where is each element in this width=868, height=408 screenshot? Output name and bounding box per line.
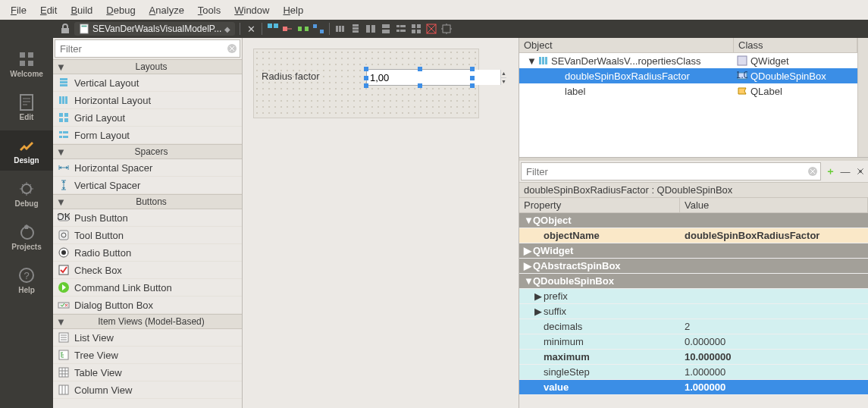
property-value[interactable]: 1.000000 [680, 381, 868, 393]
layout-adjust-icon[interactable] [440, 23, 453, 35]
right-column: Object Class ▼SEVanDerWaalsV...roperties… [519, 38, 868, 408]
tool-edit-widgets-icon[interactable] [267, 23, 279, 35]
property-row[interactable]: ▶suffix [519, 304, 868, 319]
widget-filter[interactable] [55, 39, 240, 58]
widget-item[interactable]: Command Link Button [53, 279, 242, 297]
mode-design[interactable]: Design [0, 130, 53, 171]
widget-icon [58, 94, 70, 106]
document-selector[interactable]: SEVanDerWaalsVisualModelP... ◆ [74, 22, 235, 36]
widget-section-header[interactable]: ▼Item Views (Model-Based) [53, 314, 242, 329]
property-row[interactable]: maximum10.000000 [519, 350, 868, 365]
object-header-object[interactable]: Object [519, 38, 734, 52]
remove-property-icon[interactable]: — [838, 164, 853, 179]
property-row[interactable]: ▶prefix [519, 289, 868, 304]
layout-grid-icon[interactable] [410, 23, 422, 35]
layout-hsplit-icon[interactable] [365, 23, 377, 35]
widget-section-header[interactable]: ▼Buttons [53, 194, 242, 209]
property-row[interactable]: ▶QWidget [519, 243, 868, 259]
mode-projects[interactable]: Projects [0, 217, 53, 257]
property-filter[interactable] [521, 162, 821, 180]
property-name: value [544, 381, 569, 393]
mode-debug[interactable]: Debug [0, 174, 53, 214]
lock-icon[interactable] [59, 23, 71, 35]
property-row[interactable]: decimals2 [519, 319, 868, 334]
form-widget[interactable]: Radius factor ▲ ▼ [253, 49, 479, 118]
widget-item[interactable]: Radio Button [53, 244, 242, 262]
property-header-value[interactable]: Value [680, 198, 868, 212]
tool-buddies-icon[interactable] [297, 23, 309, 35]
spin-up-icon[interactable]: ▲ [501, 70, 506, 78]
layout-h-icon[interactable] [334, 23, 346, 35]
form-canvas[interactable]: Radius factor ▲ ▼ [243, 38, 519, 408]
property-row[interactable]: value1.000000 [519, 380, 868, 395]
svg-rect-8 [320, 30, 324, 33]
object-header-class[interactable]: Class [734, 38, 857, 52]
mode-edit[interactable]: Edit [0, 87, 53, 127]
widget-item[interactable]: Horizontal Layout [53, 92, 242, 109]
widget-item[interactable]: Horizontal Spacer [53, 159, 242, 177]
menu-debug[interactable]: Debug [100, 2, 141, 18]
mode-welcome[interactable]: Welcome [0, 44, 53, 84]
svg-rect-40 [60, 84, 67, 86]
widget-item[interactable]: Vertical Spacer [53, 177, 242, 194]
layout-v-icon[interactable] [349, 23, 362, 35]
property-menu-icon[interactable] [853, 164, 868, 179]
clear-icon[interactable] [226, 42, 238, 55]
widget-item[interactable]: Vertical Layout [53, 74, 242, 92]
property-row[interactable]: singleStep1.000000 [519, 365, 868, 380]
svg-rect-38 [60, 78, 67, 80]
widget-item[interactable]: Form Layout [53, 127, 242, 144]
spin-down-icon[interactable]: ▼ [501, 78, 506, 86]
property-filter-input[interactable] [522, 166, 807, 177]
property-value[interactable]: 1.000000 [680, 366, 868, 378]
widget-section-header[interactable]: ▼Spacers [53, 144, 242, 159]
widget-item[interactable]: Grid Layout [53, 109, 242, 127]
menu-window[interactable]: Window [228, 2, 275, 18]
svg-rect-16 [371, 25, 375, 33]
widget-item[interactable]: Dialog Button Box [53, 297, 242, 314]
layout-break-icon[interactable] [425, 23, 437, 35]
scrollbar[interactable] [857, 38, 868, 157]
add-property-icon[interactable]: ＋ [823, 164, 838, 179]
tool-taborder-icon[interactable] [312, 23, 324, 35]
property-value[interactable]: 10.000000 [680, 351, 868, 362]
property-row[interactable]: ▼QDoubleSpinBox [519, 274, 868, 289]
widget-item[interactable]: Check Box [53, 262, 242, 279]
property-row[interactable]: objectNamedoubleSpinBoxRadiusFactor [519, 228, 868, 243]
menubar: File Edit Build Debug Analyze Tools Wind… [0, 0, 868, 20]
close-icon[interactable]: ✕ [245, 23, 257, 35]
object-row[interactable]: doubleSpinBoxRadiusFactor1.0QDoubleSpinB… [519, 68, 857, 83]
menu-help[interactable]: Help [277, 2, 309, 18]
widget-item[interactable]: List View [53, 329, 242, 347]
property-value[interactable]: 2 [680, 321, 868, 332]
widget-section-header[interactable]: ▼Layouts [53, 59, 242, 74]
layout-form-icon[interactable] [395, 23, 407, 35]
menu-tools[interactable]: Tools [192, 2, 227, 18]
radius-factor-spinbox[interactable]: ▲ ▼ [366, 69, 472, 86]
form-label[interactable]: Radius factor [262, 71, 320, 82]
menu-build[interactable]: Build [64, 2, 99, 18]
property-row[interactable]: ▶QAbstractSpinBox [519, 259, 868, 274]
menu-edit[interactable]: Edit [34, 2, 63, 18]
property-row[interactable]: minimum0.000000 [519, 334, 868, 350]
tool-signals-icon[interactable] [282, 23, 294, 35]
widget-item[interactable]: Tree View [53, 347, 242, 364]
property-value[interactable]: 0.000000 [680, 336, 868, 347]
svg-rect-43 [65, 96, 67, 104]
property-header-property[interactable]: Property [519, 198, 680, 212]
spinbox-input[interactable] [367, 70, 500, 85]
menu-analyze[interactable]: Analyze [143, 2, 190, 18]
clear-icon[interactable] [807, 165, 819, 177]
widget-item[interactable]: OKPush Button [53, 209, 242, 227]
widget-item[interactable]: Table View [53, 364, 242, 381]
menu-file[interactable]: File [5, 2, 33, 18]
widget-item[interactable]: Tool Button [53, 227, 242, 244]
widget-filter-input[interactable] [55, 43, 226, 55]
layout-vsplit-icon[interactable] [380, 23, 392, 35]
object-row[interactable]: labelQLabel [519, 83, 857, 99]
property-row[interactable]: ▼QObject [519, 213, 868, 228]
object-row[interactable]: ▼SEVanDerWaalsV...ropertiesClassQWidget [519, 53, 857, 68]
mode-help[interactable]: ? Help [0, 260, 53, 300]
widget-item[interactable]: Column View [53, 381, 242, 399]
property-value[interactable]: doubleSpinBoxRadiusFactor [680, 230, 868, 241]
